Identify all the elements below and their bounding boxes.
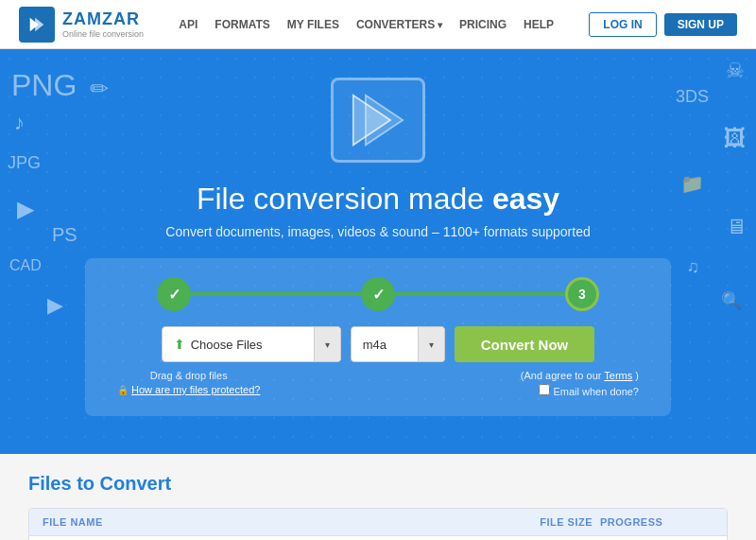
email-label: Email when done? — [553, 386, 639, 397]
format-select-main: m4a — [352, 327, 418, 361]
signup-button[interactable]: SIGN UP — [664, 13, 737, 36]
file-protection-link[interactable]: How are my files protected? — [131, 384, 260, 395]
nav-links: API FORMATS MY FILES CONVERTERS PRICING … — [179, 18, 554, 31]
doodle-music: ♪ — [14, 111, 25, 135]
doodle-search: 🔍 — [721, 290, 742, 311]
login-button[interactable]: LOG IN — [589, 12, 656, 37]
files-title: Files to Convert — [28, 473, 728, 495]
hero-headline-bold: easy — [492, 182, 559, 216]
doodle-png: PNG — [11, 68, 77, 103]
doodle-cad: CAD — [9, 257, 42, 274]
svg-marker-1 — [35, 17, 43, 31]
terms-hint: (And agree to our Terms ) — [521, 370, 639, 381]
hero-section: PNG ♪ JPG ▶ PS CAD ▶ ✏ ☠ 3DS 🖼 📁 🖥 ♫ 🔍 F… — [0, 49, 756, 454]
col-header-progress: PROGRESS — [600, 516, 713, 528]
step-line-1 — [191, 292, 361, 296]
file-protection-hint: 🔒 How are my files protected? — [117, 384, 260, 395]
format-select-arrow[interactable]: ▾ — [418, 327, 444, 361]
choose-files-label: Choose Files — [191, 338, 263, 352]
nav-pricing[interactable]: PRICING — [459, 18, 507, 31]
col-header-filesize: FILE SIZE — [506, 516, 600, 528]
logo-tagline: Online file conversion — [62, 29, 144, 39]
convert-now-button[interactable]: Convert Now — [455, 326, 595, 362]
hint-left: Drag & drop files 🔒 How are my files pro… — [117, 370, 260, 397]
nav-api[interactable]: API — [179, 18, 198, 31]
form-row: ⬆ Choose Files ▾ m4a ▾ Convert Now — [113, 326, 643, 362]
doodle-3ds: 3DS — [676, 87, 709, 107]
files-title-normal: Files to — [28, 473, 100, 494]
col-header-filename: FILE NAME — [43, 516, 506, 528]
hero-subheadline: Convert documents, images, videos & soun… — [19, 224, 737, 239]
choose-files-button[interactable]: ⬆ Choose Files ▾ — [162, 326, 341, 362]
terms-link[interactable]: Terms — [604, 370, 632, 381]
upload-icon: ⬆ — [174, 337, 185, 352]
svg-marker-3 — [366, 96, 403, 146]
logo-area: ZAMZAR Online file conversion — [19, 7, 144, 43]
doodle-yt: ▶ — [47, 293, 63, 318]
doodle-image-r: 🖼 — [724, 125, 747, 151]
choose-files-main: ⬆ Choose Files — [163, 327, 314, 361]
nav-formats[interactable]: FORMATS — [215, 18, 269, 31]
choose-files-dropdown-arrow[interactable]: ▾ — [314, 327, 340, 361]
steps-indicator: ✓ ✓ 3 — [113, 277, 643, 311]
doodle-pencil: ✏ — [90, 76, 109, 102]
hint-right: (And agree to our Terms ) Email when don… — [521, 370, 639, 397]
hero-image — [331, 78, 425, 163]
lock-icon: 🔒 — [117, 385, 129, 395]
step-1: ✓ — [157, 277, 191, 311]
logo-text-area: ZAMZAR Online file conversion — [62, 9, 144, 39]
step-line-2 — [395, 292, 565, 296]
email-hint: Email when done? — [539, 384, 639, 397]
header-buttons: LOG IN SIGN UP — [589, 12, 737, 37]
doodle-music-r: ♫ — [687, 257, 700, 277]
conversion-panel: ✓ ✓ 3 ⬆ Choose Files ▾ m4a ▾ Convert Now — [85, 258, 671, 416]
form-hints: Drag & drop files 🔒 How are my files pro… — [113, 370, 643, 397]
files-table-header: FILE NAME FILE SIZE PROGRESS — [29, 509, 727, 536]
doodle-skull: ☠ — [726, 59, 745, 83]
logo-name: ZAMZAR — [62, 9, 144, 29]
nav-converters[interactable]: CONVERTERS — [356, 18, 442, 31]
files-title-colored: Convert — [100, 473, 172, 494]
logo-icon — [19, 7, 55, 43]
nav-help[interactable]: HELP — [524, 18, 554, 31]
step-3: 3 — [565, 277, 599, 311]
doodle-jpg: JPG — [8, 153, 41, 173]
drag-drop-hint: Drag & drop files — [117, 370, 260, 381]
files-table: FILE NAME FILE SIZE PROGRESS file_exampl… — [28, 508, 728, 540]
files-section: Files to Convert FILE NAME FILE SIZE PRO… — [0, 454, 756, 540]
format-select[interactable]: m4a ▾ — [351, 326, 445, 362]
hero-headline: File conversion made easy — [19, 182, 737, 217]
nav-my-files[interactable]: MY FILES — [287, 18, 339, 31]
table-row: file_example.flac 6.3 MB Pending × — [29, 536, 727, 540]
step-2: ✓ — [361, 277, 395, 311]
header: ZAMZAR Online file conversion API FORMAT… — [0, 0, 756, 49]
format-label: m4a — [363, 338, 387, 352]
email-checkbox[interactable] — [539, 384, 550, 395]
